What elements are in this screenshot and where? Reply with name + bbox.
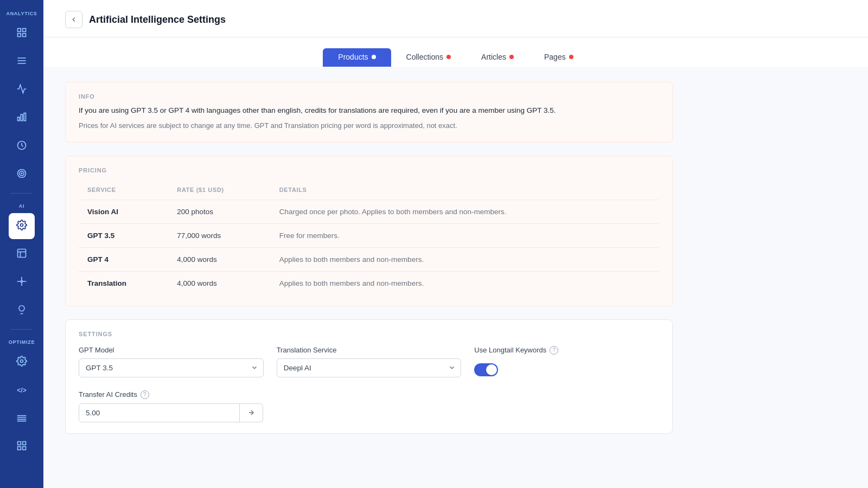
translation-service-label: Translation Service — [277, 346, 462, 354]
translation-service-select[interactable]: Deepl AI Google Translate — [277, 358, 462, 377]
svg-point-18 — [21, 280, 22, 282]
articles-tab-label: Articles — [481, 53, 506, 61]
tabs-container: Products Collections Articles Pages — [43, 37, 868, 67]
sidebar-item-clock[interactable] — [9, 133, 35, 159]
details-cell: Charged once per photo. Applies to both … — [271, 200, 659, 223]
details-cell: Applies to both members and non-members. — [271, 247, 659, 271]
svg-point-23 — [21, 359, 23, 362]
col-details: DETAILS — [271, 182, 659, 200]
table-row: Vision AI 200 photos Charged once per ph… — [79, 200, 659, 223]
details-cell: Applies to both members and non-members. — [271, 271, 659, 295]
document-icon — [16, 248, 27, 261]
main-content: Artificial Intelligence Settings Product… — [43, 0, 868, 488]
ai-section-label: AI — [0, 203, 43, 209]
articles-tab-dot — [509, 55, 514, 59]
settings-box: SETTINGS GPT Model GPT 3.5 GPT 4 — [65, 319, 673, 434]
bar-chart-icon — [16, 112, 27, 125]
longtail-keywords-row: Use Longtail Keywords ? — [474, 346, 659, 359]
table-row: Translation 4,000 words Applies to both … — [79, 271, 659, 295]
sidebar-item-ai-settings[interactable] — [9, 213, 35, 239]
longtail-help-icon[interactable]: ? — [550, 346, 558, 355]
optimize-section-label: OPTIMIZE — [0, 339, 43, 345]
svg-rect-2 — [18, 33, 21, 36]
sidebar: ANALYTICS AI — [0, 0, 43, 488]
translation-service-select-wrapper: Deepl AI Google Translate — [277, 358, 462, 377]
sidebar-divider-1 — [11, 193, 33, 194]
sidebar-item-document[interactable] — [9, 241, 35, 267]
transfer-credits-input[interactable] — [79, 403, 240, 422]
back-button[interactable] — [65, 11, 82, 28]
svg-point-14 — [21, 223, 23, 226]
sidebar-item-target[interactable] — [9, 162, 35, 188]
translation-service-field: Translation Service Deepl AI Google Tran… — [277, 346, 462, 377]
service-cell: Translation — [79, 271, 168, 295]
gpt-model-field: GPT Model GPT 3.5 GPT 4 — [79, 346, 264, 377]
ai-gear-icon — [16, 220, 27, 233]
longtail-keywords-label: Use Longtail Keywords ? — [474, 346, 558, 355]
arrow-right-icon — [247, 409, 255, 416]
info-section-label: INFO — [79, 93, 659, 100]
collections-tab-label: Collections — [406, 53, 443, 61]
network-icon — [16, 276, 27, 290]
gpt-model-select[interactable]: GPT 3.5 GPT 4 — [79, 358, 264, 377]
transfer-credits-label: Transfer AI Credits ? — [79, 390, 263, 399]
collections-tab-dot — [446, 55, 451, 59]
sidebar-item-lightbulb[interactable] — [9, 298, 35, 324]
sidebar-item-bar-chart[interactable] — [9, 105, 35, 131]
table-row: GPT 4 4,000 words Applies to both member… — [79, 247, 659, 271]
longtail-keywords-toggle[interactable] — [474, 363, 498, 376]
svg-rect-24 — [18, 441, 21, 445]
info-normal-text: Prices for AI services are subject to ch… — [79, 120, 659, 131]
content-area: INFO If you are using GPT 3.5 or GPT 4 w… — [43, 67, 694, 449]
transfer-credits-submit-button[interactable] — [240, 403, 263, 422]
tab-pages[interactable]: Pages — [529, 48, 589, 67]
optimize-gear-icon — [16, 356, 27, 369]
transfer-credits-help-icon[interactable]: ? — [141, 390, 149, 399]
sidebar-item-grid2[interactable] — [9, 434, 35, 460]
pricing-section-label: PRICING — [79, 167, 659, 174]
sidebar-item-grid[interactable] — [9, 49, 35, 75]
sidebar-item-network[interactable] — [9, 269, 35, 296]
svg-rect-3 — [23, 33, 26, 36]
col-service: SERVICE — [79, 182, 168, 200]
pages-tab-label: Pages — [544, 53, 566, 61]
sidebar-item-layers[interactable] — [9, 406, 35, 432]
pricing-table: SERVICE RATE ($1 USD) DETAILS Vision AI … — [79, 182, 659, 295]
sidebar-item-dashboard[interactable] — [9, 21, 35, 47]
analytics-section-label: ANALYTICS — [0, 11, 43, 16]
rate-cell: 4,000 words — [168, 271, 270, 295]
tab-collections[interactable]: Collections — [391, 48, 466, 67]
tab-articles[interactable]: Articles — [466, 48, 529, 67]
svg-rect-27 — [23, 446, 26, 450]
svg-rect-0 — [18, 28, 21, 31]
pages-tab-dot — [569, 55, 573, 59]
svg-point-13 — [21, 173, 22, 174]
layers-icon — [16, 412, 27, 426]
code-icon: </> — [17, 387, 26, 394]
dashboard-icon — [16, 27, 27, 41]
info-box: INFO If you are using GPT 3.5 or GPT 4 w… — [65, 82, 673, 143]
grid2-icon — [16, 440, 27, 454]
svg-rect-25 — [23, 441, 26, 445]
page-title: Artificial Intelligence Settings — [89, 14, 226, 25]
rate-cell: 200 photos — [168, 200, 270, 223]
sidebar-item-analytics[interactable] — [9, 77, 35, 103]
longtail-keywords-field: Use Longtail Keywords ? — [474, 346, 659, 377]
products-tab-label: Products — [338, 53, 368, 61]
svg-rect-8 — [21, 114, 22, 121]
svg-rect-26 — [18, 446, 21, 450]
rate-cell: 77,000 words — [168, 223, 270, 247]
settings-section-label: SETTINGS — [79, 331, 659, 337]
col-rate: RATE ($1 USD) — [168, 182, 270, 200]
service-cell: Vision AI — [79, 200, 168, 223]
chart-line-icon — [16, 84, 27, 97]
clock-icon — [16, 140, 27, 153]
grid-icon — [16, 55, 27, 69]
details-cell: Free for members. — [271, 223, 659, 247]
target-icon — [16, 168, 27, 182]
sidebar-item-optimize-gear[interactable] — [9, 349, 35, 375]
svg-rect-1 — [23, 28, 26, 31]
gpt-model-label: GPT Model — [79, 346, 264, 354]
sidebar-item-code[interactable]: </> — [9, 377, 35, 403]
tab-products[interactable]: Products — [323, 48, 391, 67]
